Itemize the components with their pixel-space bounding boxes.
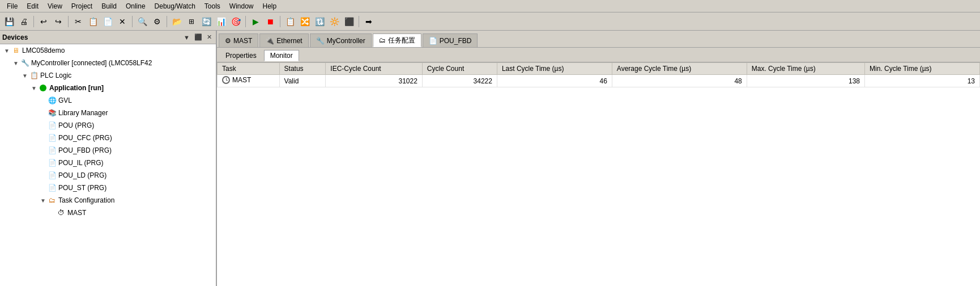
undo-button[interactable]: ↩ bbox=[37, 15, 50, 28]
icon-mycontroller: 🔧 bbox=[20, 58, 29, 68]
redo-button[interactable]: ↪ bbox=[52, 15, 65, 28]
tab-pou-fbd[interactable]: 📄 POU_FBD bbox=[423, 33, 478, 47]
arrow-button[interactable]: ➡ bbox=[362, 15, 376, 28]
menu-online[interactable]: Online bbox=[121, 1, 150, 11]
menu-build[interactable]: Build bbox=[97, 1, 121, 11]
tab-pou-fbd-label: POU_FBD bbox=[440, 37, 472, 45]
menu-edit[interactable]: Edit bbox=[22, 1, 43, 11]
panel-dropdown-btn[interactable]: ▼ bbox=[182, 34, 191, 41]
menu-tools[interactable]: Tools bbox=[200, 1, 225, 11]
chart-button[interactable]: 📊 bbox=[214, 15, 228, 28]
settings-button[interactable]: ⚙ bbox=[150, 15, 164, 28]
panel-pin-btn[interactable]: ⬛ bbox=[193, 33, 204, 41]
tree-item-library-manager[interactable]: 📚 Library Manager bbox=[0, 107, 216, 119]
step1-button[interactable]: 📋 bbox=[283, 15, 297, 28]
tab-mast-label: MAST bbox=[233, 37, 252, 45]
expander-plclogic[interactable]: ▼ bbox=[20, 71, 29, 80]
tab-pou-fbd-icon: 📄 bbox=[429, 37, 437, 45]
tree-item-gvl[interactable]: 🌐 GVL bbox=[0, 94, 216, 107]
open-button[interactable]: 📂 bbox=[170, 15, 184, 28]
icon-plclogic: 📋 bbox=[29, 71, 39, 80]
tab-mast-icon: ⚙ bbox=[225, 37, 231, 45]
tree-item-lmc058demo[interactable]: ▼ 🖥 LMC058demo bbox=[0, 44, 216, 57]
tree-item-pou-fbd[interactable]: 📄 POU_FBD (PRG) bbox=[0, 144, 216, 157]
tree-item-mast[interactable]: ⏱ MAST bbox=[0, 207, 216, 219]
expander-library bbox=[39, 108, 48, 117]
devices-panel-title: Devices bbox=[2, 33, 28, 41]
tree-item-application[interactable]: ▼ Application [run] bbox=[0, 82, 216, 94]
tree-item-task-config[interactable]: ▼ 🗂 Task Configuration bbox=[0, 194, 216, 207]
expander-mycontroller[interactable]: ▼ bbox=[11, 58, 20, 68]
refresh-button[interactable]: 🔄 bbox=[199, 15, 213, 28]
sub-tab-properties[interactable]: Properties bbox=[219, 50, 263, 61]
stop-button[interactable]: ⏹ bbox=[263, 15, 277, 28]
expander-pou-ld bbox=[39, 171, 48, 180]
tab-mycontroller[interactable]: 🔧 MyController bbox=[310, 33, 372, 47]
tab-ethernet-icon: 🔌 bbox=[266, 37, 274, 45]
step3-button[interactable]: 🔃 bbox=[313, 15, 326, 28]
right-panel: ⚙ MAST 🔌 Ethernet 🔧 MyController 🗂 任务配置 … bbox=[217, 31, 980, 286]
menubar: File Edit View Project Build Online Debu… bbox=[0, 0, 980, 12]
panel-close-btn[interactable]: ✕ bbox=[205, 33, 214, 41]
sub-tab-monitor[interactable]: Monitor bbox=[264, 50, 299, 61]
run-button[interactable]: ▶ bbox=[249, 15, 262, 28]
icon-library: 📚 bbox=[48, 108, 57, 117]
col-cycle-count: Cycle Count bbox=[422, 63, 497, 75]
icon-task-config: 🗂 bbox=[48, 196, 57, 205]
monitor-table: Task Status IEC-Cycle Count Cycle Count … bbox=[217, 62, 980, 87]
expander-pou-il bbox=[39, 158, 48, 167]
cell-task-label: MAST bbox=[232, 76, 251, 84]
icon-mast: ⏱ bbox=[57, 208, 66, 217]
menu-debugwatch[interactable]: Debug/Watch bbox=[150, 1, 200, 11]
tree-item-pou[interactable]: 📄 POU (PRG) bbox=[0, 119, 216, 132]
label-pou-ld: POU_LD (PRG) bbox=[58, 171, 106, 179]
tree-item-pou-cfc[interactable]: 📄 POU_CFC (PRG) bbox=[0, 132, 216, 144]
delete-button[interactable]: ✕ bbox=[116, 15, 129, 28]
tree-item-pou-il[interactable]: 📄 POU_IL (PRG) bbox=[0, 157, 216, 169]
find-button[interactable]: 🔍 bbox=[135, 15, 149, 28]
label-mycontroller: MyController [connected] (LMC058LF42 bbox=[31, 59, 152, 67]
icon-pou-il: 📄 bbox=[48, 158, 57, 167]
expander-task-config[interactable]: ▼ bbox=[39, 196, 48, 205]
tab-mast[interactable]: ⚙ MAST bbox=[219, 33, 258, 47]
devices-panel: Devices ▼ ⬛ ✕ ▼ 🖥 LMC058demo ▼ 🔧 MyContr… bbox=[0, 31, 217, 286]
col-iec-cycle: IEC-Cycle Count bbox=[326, 63, 423, 75]
step4-button[interactable]: 🔆 bbox=[327, 15, 341, 28]
tab-task-config-label: 任务配置 bbox=[388, 36, 415, 45]
tab-task-config-icon: 🗂 bbox=[379, 36, 386, 44]
toolbar: 💾 🖨 ↩ ↪ ✂ 📋 📄 ✕ 🔍 ⚙ 📂 ⊞ 🔄 📊 🎯 ▶ ⏹ 📋 🔀 🔃 … bbox=[0, 12, 980, 31]
icon-gvl: 🌐 bbox=[48, 96, 57, 105]
label-pou-il: POU_IL (PRG) bbox=[58, 159, 104, 167]
icon-application bbox=[39, 83, 48, 92]
step5-button[interactable]: ⬛ bbox=[342, 15, 356, 28]
label-pou: POU (PRG) bbox=[58, 121, 94, 129]
menu-view[interactable]: View bbox=[43, 1, 67, 11]
separator-3 bbox=[132, 16, 133, 27]
cell-iec-cycle: 31022 bbox=[326, 75, 423, 87]
tab-ethernet[interactable]: 🔌 Ethernet bbox=[259, 33, 308, 47]
menu-project[interactable]: Project bbox=[67, 1, 97, 11]
step2-button[interactable]: 🔀 bbox=[298, 15, 312, 28]
tree-item-pou-ld[interactable]: 📄 POU_LD (PRG) bbox=[0, 169, 216, 182]
label-task-config: Task Configuration bbox=[58, 196, 114, 204]
cut-button[interactable]: ✂ bbox=[71, 15, 85, 28]
separator-6 bbox=[280, 16, 280, 27]
save-button[interactable]: 💾 bbox=[2, 15, 16, 28]
paste-button[interactable]: 📄 bbox=[101, 15, 114, 28]
target-button[interactable]: 🎯 bbox=[229, 15, 242, 28]
tree-item-plclogic[interactable]: ▼ 📋 PLC Logic bbox=[0, 69, 216, 82]
copy-button[interactable]: 📋 bbox=[86, 15, 100, 28]
menu-help[interactable]: Help bbox=[258, 1, 282, 11]
label-gvl: GVL bbox=[58, 96, 72, 104]
menu-file[interactable]: File bbox=[2, 1, 22, 11]
print-button[interactable]: 🖨 bbox=[17, 15, 31, 28]
expander-lmc058demo[interactable]: ▼ bbox=[2, 46, 11, 55]
tree-item-pou-st[interactable]: 📄 POU_ST (PRG) bbox=[0, 182, 216, 194]
expander-application[interactable]: ▼ bbox=[29, 83, 39, 92]
tree-item-mycontroller[interactable]: ▼ 🔧 MyController [connected] (LMC058LF42 bbox=[0, 57, 216, 69]
col-task: Task bbox=[218, 63, 280, 75]
menu-window[interactable]: Window bbox=[225, 1, 258, 11]
tab-task-config[interactable]: 🗂 任务配置 bbox=[373, 33, 421, 47]
cell-task: MAST bbox=[218, 75, 280, 87]
grid-button[interactable]: ⊞ bbox=[185, 15, 198, 28]
